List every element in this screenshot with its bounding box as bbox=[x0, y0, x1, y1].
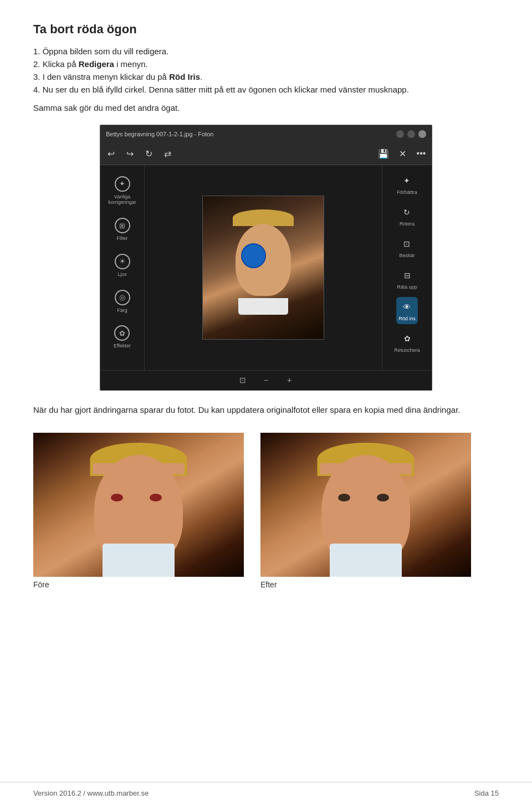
paragraph-2: När du har gjort ändringarna sparar du f… bbox=[33, 404, 499, 417]
ljus-icon: ☀ bbox=[115, 254, 130, 269]
photos-row: Före Efter bbox=[33, 433, 499, 589]
app-right-panel: ✦ Förbättra ↻ Rotera ⊡ Beskär ⊟ Räta upp… bbox=[382, 165, 432, 370]
app-toolbar: ↩ ↪ ↻ ⇄ 💾 ✕ ••• bbox=[100, 143, 432, 165]
eye-normal-right bbox=[377, 494, 389, 501]
sidebar-item-effekter[interactable]: ✿ Effekter bbox=[111, 322, 133, 352]
shirt-after bbox=[330, 544, 402, 577]
face-portrait-before bbox=[33, 433, 244, 577]
maximize-button[interactable] bbox=[407, 130, 415, 138]
photo-after-image bbox=[260, 433, 471, 577]
sidebar-label-ljus: Ljus bbox=[117, 272, 127, 278]
photo-area bbox=[202, 196, 324, 340]
more-icon[interactable]: ••• bbox=[416, 148, 426, 158]
step-2: 2. Klicka på Redigera i menyn. bbox=[33, 59, 499, 69]
beskar-icon: ⊡ bbox=[400, 237, 414, 251]
sidebar-item-ljus[interactable]: ☀ Ljus bbox=[112, 250, 132, 281]
app-sidebar: ✦ Vanliga korrigeringar ⊞ Filter ☀ Ljus … bbox=[100, 165, 145, 370]
redo-icon[interactable]: ↪ bbox=[125, 148, 135, 158]
blue-eye-circle bbox=[241, 243, 266, 268]
after-label: Efter bbox=[260, 580, 471, 589]
page-title: Ta bort röda ögon bbox=[33, 22, 499, 37]
photo-after-box: Efter bbox=[260, 433, 471, 589]
sidebar-label-vanliga: Vanliga korrigeringar bbox=[104, 194, 141, 206]
save-icon[interactable]: 💾 bbox=[378, 148, 388, 158]
close-toolbar-icon[interactable]: ✕ bbox=[397, 148, 407, 158]
step-3: 3. I den vänstra menyn klickar du på Röd… bbox=[33, 72, 499, 81]
rod-ins-label: Röd ins bbox=[398, 316, 416, 321]
footer-right: Sida 15 bbox=[474, 789, 499, 797]
right-panel-beskar[interactable]: ⊡ Beskär bbox=[397, 234, 417, 261]
app-window: Bettys begravning 007-1-2-1.jpg - Foton … bbox=[100, 125, 432, 391]
rata-upp-label: Räta upp bbox=[397, 284, 417, 290]
sidebar-item-filter[interactable]: ⊞ Filter bbox=[112, 214, 132, 245]
forehead-after bbox=[320, 463, 412, 474]
rotera-label: Rotera bbox=[400, 221, 415, 227]
farg-icon: ◎ bbox=[115, 290, 130, 305]
close-button[interactable] bbox=[418, 130, 426, 138]
face-skin bbox=[236, 224, 291, 296]
retuschera-icon: ✿ bbox=[400, 331, 415, 346]
steps-list: 1. Öppna bilden som du vill redigera. 2.… bbox=[33, 47, 499, 94]
rod-ins-icon: 👁 bbox=[400, 300, 414, 314]
right-panel-rotera[interactable]: ↻ Rotera bbox=[397, 202, 417, 229]
sidebar-label-filter: Filter bbox=[117, 235, 128, 242]
retuschera-label: Retuschera bbox=[394, 347, 420, 353]
sidebar-label-farg: Färg bbox=[117, 308, 127, 314]
flip-icon[interactable]: ⇄ bbox=[162, 148, 172, 158]
page-footer: Version 2016.2 / www.utb.marber.se Sida … bbox=[0, 782, 532, 804]
photo-before-image bbox=[33, 433, 244, 577]
app-content bbox=[145, 165, 382, 370]
footer-left: Version 2016.2 / www.utb.marber.se bbox=[33, 789, 149, 797]
eye-red-left bbox=[111, 494, 123, 501]
rotate-icon[interactable]: ↻ bbox=[144, 148, 154, 158]
zoom-out-icon[interactable]: − bbox=[260, 374, 272, 386]
rotera-icon: ↻ bbox=[400, 205, 414, 219]
right-panel-retuschera[interactable]: ✿ Retuschera bbox=[392, 329, 422, 356]
app-bottom-bar: ⊡ − + bbox=[100, 370, 432, 390]
app-titlebar: Bettys begravning 007-1-2-1.jpg - Foton bbox=[100, 125, 432, 143]
right-panel-rata-upp[interactable]: ⊟ Räta upp bbox=[395, 265, 420, 293]
paragraph-1: Samma sak gör du med det andra ögat. bbox=[33, 102, 499, 115]
zoom-in-icon[interactable]: + bbox=[283, 374, 295, 386]
right-panel-rod-ins[interactable]: 👁 Röd ins bbox=[396, 297, 418, 324]
right-panel-forbattra[interactable]: ✦ Förbättra bbox=[395, 171, 420, 198]
photo-before-box: Före bbox=[33, 433, 244, 589]
rata-upp-icon: ⊟ bbox=[400, 268, 415, 283]
minimize-button[interactable] bbox=[396, 130, 404, 138]
eye-normal-left bbox=[338, 494, 350, 501]
forbattra-icon: ✦ bbox=[400, 173, 414, 188]
shirt bbox=[238, 298, 288, 315]
filter-icon: ⊞ bbox=[115, 218, 130, 233]
effekter-icon: ✿ bbox=[114, 325, 130, 341]
crop-bottom-icon[interactable]: ⊡ bbox=[237, 374, 249, 386]
forehead-before bbox=[93, 463, 185, 474]
sidebar-item-farg[interactable]: ◎ Färg bbox=[112, 286, 132, 317]
before-label: Före bbox=[33, 580, 244, 589]
window-controls[interactable] bbox=[396, 130, 426, 138]
step-1: 1. Öppna bilden som du vill redigera. bbox=[33, 47, 499, 56]
beskar-label: Beskär bbox=[399, 253, 415, 258]
app-title: Bettys begravning 007-1-2-1.jpg - Foton bbox=[106, 131, 213, 137]
shirt-before bbox=[103, 544, 175, 577]
sidebar-item-vanliga[interactable]: ✦ Vanliga korrigeringar bbox=[101, 173, 144, 209]
photo-placeholder bbox=[203, 196, 324, 339]
face-representation bbox=[227, 207, 299, 307]
app-body: ✦ Vanliga korrigeringar ⊞ Filter ☀ Ljus … bbox=[100, 165, 432, 370]
face-portrait-after bbox=[260, 433, 471, 577]
vanliga-icon: ✦ bbox=[115, 176, 130, 192]
sidebar-label-effekter: Effekter bbox=[114, 343, 131, 349]
step-4: 4. Nu ser du en blå ifylld cirkel. Denna… bbox=[33, 85, 499, 94]
eye-red-right bbox=[150, 494, 162, 501]
undo-icon[interactable]: ↩ bbox=[106, 148, 116, 158]
forbattra-label: Förbättra bbox=[397, 190, 417, 195]
